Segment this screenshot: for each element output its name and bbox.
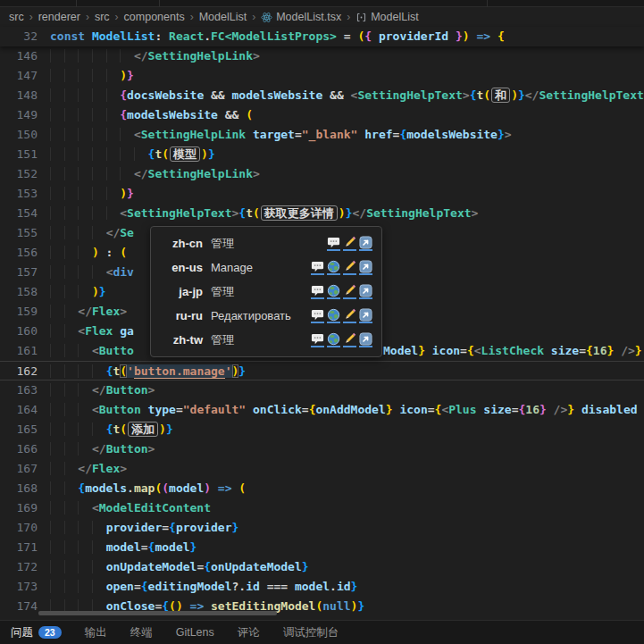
code-line-166[interactable]: 166 </Button> (0, 439, 644, 459)
line-number[interactable]: 167 (7, 459, 38, 479)
line-number[interactable]: 158 (7, 282, 38, 302)
code-line-152[interactable]: 152 </SettingHelpLink> (0, 164, 644, 184)
comment-icon[interactable] (327, 236, 340, 251)
line-number[interactable]: 147 (7, 66, 38, 86)
line-number[interactable]: 150 (7, 125, 38, 145)
breadcrumb-item[interactable]: ModelList (371, 11, 419, 23)
locale-label: zh-cn (158, 237, 203, 250)
line-number[interactable]: 174 (7, 597, 38, 616)
code-line-169[interactable]: 169 <ModelEditContent (0, 498, 644, 518)
code-token: ) (120, 69, 127, 82)
sticky-scroll-line[interactable]: 32const ModelList: React.FC<ModelListPro… (0, 27, 644, 46)
line-number[interactable]: 149 (7, 105, 38, 125)
line-number[interactable]: 152 (7, 164, 38, 184)
line-number[interactable]: 164 (7, 400, 38, 420)
panel-tab-gitlens[interactable]: GitLens (176, 626, 214, 639)
open-external-icon[interactable] (359, 260, 372, 275)
line-number[interactable]: 165 (7, 420, 38, 439)
code-line-163[interactable]: 163 </Button> (0, 381, 644, 400)
code-token: && (218, 108, 246, 121)
indent-guides (50, 501, 92, 514)
comment-icon[interactable] (311, 284, 324, 299)
open-external-icon[interactable] (359, 284, 372, 299)
code-line-164[interactable]: 164 <Button type="default" onClick={onAd… (0, 400, 644, 420)
line-number[interactable]: 32 (7, 27, 38, 46)
line-number[interactable]: 159 (7, 302, 38, 322)
code-line-171[interactable]: 171 model={model} (0, 538, 644, 557)
editor[interactable]: 146 </SettingHelpLink>147 )}148 {docsWeb… (0, 46, 644, 620)
code-line-167[interactable]: 167 </Flex> (0, 459, 644, 479)
code-line-154[interactable]: 154 <SettingHelpText>{t(获取更多详情)}</Settin… (0, 204, 644, 223)
line-number[interactable]: 157 (7, 263, 38, 282)
line-number[interactable]: 163 (7, 381, 38, 400)
code-line-170[interactable]: 170 provider={provider} (0, 518, 644, 538)
panel-tab-terminal[interactable]: 终端 (130, 625, 153, 640)
line-number[interactable]: 168 (7, 479, 38, 498)
panel-tab-problems[interactable]: 问题23 (11, 625, 62, 640)
code-line-150[interactable]: 150 <SettingHelpLink target="_blank" hre… (0, 125, 644, 145)
line-number[interactable]: 161 (7, 341, 38, 361)
code-line-172[interactable]: 172 onUpdateModel={onUpdateModel} (0, 557, 644, 577)
line-number[interactable]: 160 (7, 322, 38, 341)
comment-icon[interactable] (311, 332, 324, 347)
code-line-146[interactable]: 146 </SettingHelpLink> (0, 46, 644, 66)
line-number[interactable]: 151 (7, 145, 38, 164)
line-number[interactable]: 173 (7, 577, 38, 597)
open-external-icon[interactable] (359, 332, 372, 347)
code-token: div (113, 265, 133, 279)
pencil-icon[interactable] (343, 284, 356, 299)
code-token: provider (176, 521, 232, 534)
globe-icon[interactable] (327, 332, 340, 347)
breadcrumb-item[interactable]: src (95, 11, 110, 23)
code-token: ( (238, 481, 246, 495)
code-line-173[interactable]: 173 open={editingModel?.id === model.id} (0, 577, 644, 597)
line-number[interactable]: 146 (7, 46, 38, 66)
line-number[interactable]: 169 (7, 498, 38, 518)
i18n-key-link[interactable]: button.manage (134, 364, 225, 379)
code-line-151[interactable]: 151 {t(模型)} (0, 145, 644, 164)
line-number[interactable]: 166 (7, 439, 38, 459)
code-token: ) (339, 206, 346, 220)
breadcrumb-separator: › (190, 11, 194, 23)
code-line-168[interactable]: 168 {models.map((model) => ( (0, 479, 644, 498)
breadcrumb-item[interactable]: ModelList.tsx (276, 11, 341, 23)
pencil-icon[interactable] (343, 260, 356, 275)
line-number[interactable]: 172 (7, 557, 38, 577)
code-line-32[interactable]: 32const ModelList: React.FC<ModelListPro… (0, 27, 644, 46)
comment-icon[interactable] (311, 308, 324, 323)
globe-icon[interactable] (327, 260, 340, 275)
line-number[interactable]: 154 (7, 204, 38, 223)
globe-icon[interactable] (327, 308, 340, 323)
code-line-148[interactable]: 148 {docsWebsite && modelsWebsite && <Se… (0, 86, 644, 105)
pencil-icon[interactable] (343, 236, 356, 251)
panel-tab-comments[interactable]: 评论 (238, 625, 260, 640)
code-line-147[interactable]: 147 )} (0, 66, 644, 86)
open-external-icon[interactable] (359, 236, 372, 251)
line-number[interactable]: 148 (7, 86, 38, 105)
code-token: < (92, 344, 99, 357)
line-number[interactable]: 153 (7, 184, 38, 204)
code-token: = (162, 521, 169, 534)
line-number[interactable]: 162 (7, 362, 38, 381)
indent-guides (50, 69, 120, 82)
breadcrumb-item[interactable]: src (9, 11, 24, 23)
panel-tab-output[interactable]: 输出 (85, 625, 107, 640)
code-line-165[interactable]: 165 {t(添加)} (0, 420, 644, 439)
pencil-icon[interactable] (343, 332, 356, 347)
line-number[interactable]: 170 (7, 518, 38, 538)
code-line-149[interactable]: 149 {modelsWebsite && ( (0, 105, 644, 125)
line-number[interactable]: 171 (7, 538, 38, 557)
code-line-162[interactable]: 162 {t('button.manage')} (0, 361, 644, 381)
breadcrumb-item[interactable]: renderer (38, 11, 80, 23)
panel-tab-debug-console[interactable]: 调试控制台 (283, 625, 339, 640)
line-number[interactable]: 155 (7, 223, 38, 243)
horizontal-scrollbar[interactable] (38, 611, 277, 615)
globe-icon[interactable] (327, 284, 340, 299)
line-number[interactable]: 156 (7, 243, 38, 263)
breadcrumb-item[interactable]: components (124, 11, 185, 23)
open-external-icon[interactable] (359, 308, 372, 323)
breadcrumb-item[interactable]: ModelList (199, 11, 247, 23)
comment-icon[interactable] (311, 260, 324, 275)
code-line-153[interactable]: 153 )} (0, 184, 644, 204)
pencil-icon[interactable] (343, 308, 356, 323)
